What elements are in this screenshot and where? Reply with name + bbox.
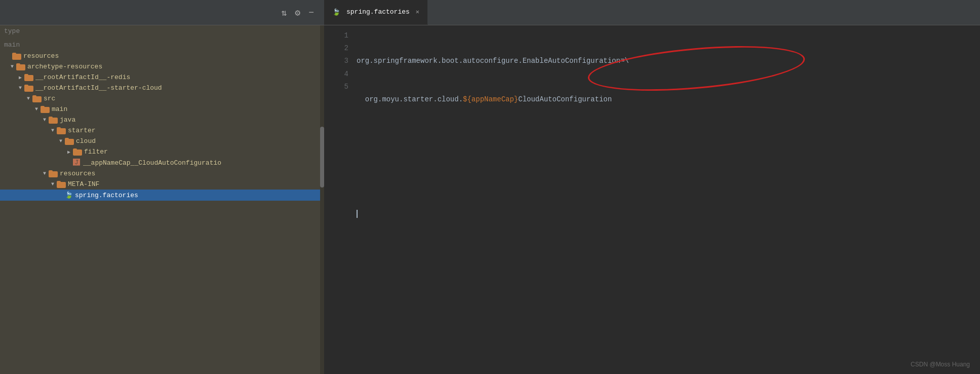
sidebar-item-label: resources [23,52,59,60]
sidebar-item-label: cloud [76,137,96,145]
code-line-1: org.springframework.boot.autoconfigure.E… [357,55,980,67]
folder-icon [49,117,58,124]
line-number-5: 5 [324,81,348,93]
arrow-icon: ▶ [65,149,73,155]
line-number-4: 4 [324,68,348,81]
folder-icon [57,127,66,134]
sidebar: type main resources ▼ archetype-resource… [0,25,324,374]
arrow-icon: ▼ [32,106,41,112]
main-area: type main resources ▼ archetype-resource… [0,25,980,374]
arrow-icon: ▼ [57,138,65,144]
sidebar-item-label: filter [84,148,108,156]
editor-content: 1 2 3 4 5 org.springframework.boot.autoc… [324,25,980,374]
code-line-2: org.moyu.starter.cloud.${appNameCap}Clou… [357,93,980,106]
folder-icon [57,181,66,188]
spring-file-icon: 🍃 [65,191,73,199]
code-text: org.springframework.boot.autoconfigure.E… [357,57,629,65]
gear-icon[interactable]: ⚙ [295,7,300,18]
sidebar-item-java[interactable]: ▼ java [0,115,324,125]
scroll-thumb[interactable] [320,127,324,188]
tab-bar: 🍃 spring.factories ✕ [324,0,980,25]
line-number-1: 1 [324,29,348,42]
sidebar-item-label: java [60,116,75,124]
sidebar-item-label: archetype-resources [27,63,102,70]
sidebar-item-redis[interactable]: ▶ __rootArtifactId__-redis [0,72,324,83]
minimize-icon[interactable]: − [308,8,314,18]
arrow-icon: ▼ [8,64,16,69]
arrow-icon: ▶ [16,74,24,81]
arrow-icon: ▼ [49,128,57,133]
line-number-3: 3 [324,55,348,67]
sidebar-item-starter[interactable]: ▼ starter [0,125,324,136]
code-line-4 [357,170,980,182]
code-line-5 [357,208,980,220]
sidebar-item-label: spring.factories [75,192,138,199]
arrow-icon: ▼ [41,171,49,176]
folder-icon [73,148,82,156]
watermark: CSDN @Moss Huang [911,361,970,368]
folder-icon [32,95,42,102]
arrow-icon: ▼ [41,117,49,123]
sidebar-item-cloud[interactable]: ▼ cloud [0,136,324,146]
sidebar-item-src[interactable]: ▼ src [0,93,324,104]
text-cursor [357,210,358,218]
sidebar-item-label: META-INF [68,180,99,188]
arrow-icon: ▼ [16,85,24,91]
sidebar-item-main2[interactable]: ▼ main [0,104,324,115]
sidebar-item-label: main [52,105,67,113]
type-label: type [0,25,324,37]
sidebar-item-label: __rootArtifactId__-redis [35,73,130,81]
spring-tab-icon: 🍃 [332,8,340,16]
sidebar-item-archetype-resources[interactable]: ▼ archetype-resources [0,61,324,72]
sidebar-item-label: starter [68,127,96,134]
sidebar-item-resources2[interactable]: ▼ resources [0,168,324,179]
arrow-icon [57,193,65,198]
tab-close-button[interactable]: ✕ [416,8,419,16]
top-bar-left: ⇅ ⚙ − [0,7,324,18]
layout-icon[interactable]: ⇅ [282,7,287,18]
sidebar-item-label: __rootArtifactId__-starter-cloud [35,84,162,92]
java-file-icon: 🅹 [73,159,81,167]
sidebar-item-resources[interactable]: resources [0,51,324,61]
sidebar-item-label: resources [60,170,95,177]
sidebar-item-meta-inf[interactable]: ▼ META-INF [0,179,324,190]
folder-icon [24,74,33,81]
sidebar-item-label: __appNameCap__CloudAutoConfiguratio [83,159,221,167]
folder-icon [65,138,74,145]
arrow-icon: ▼ [24,96,32,101]
arrow-icon [65,160,73,166]
top-bar: ⇅ ⚙ − 🍃 spring.factories ✕ [0,0,980,25]
folder-icon [49,170,58,177]
folder-icon [24,85,33,92]
sidebar-item-filter[interactable]: ▶ filter [0,146,324,157]
line-number-2: 2 [324,42,348,55]
folder-icon [41,106,50,113]
tab-spring-factories[interactable]: 🍃 spring.factories ✕ [324,0,428,25]
folder-icon [12,53,21,60]
tab-label: spring.factories [346,8,410,16]
sidebar-item-java-class[interactable]: 🅹 __appNameCap__CloudAutoConfiguratio [0,157,324,168]
code-editor[interactable]: 1 2 3 4 5 org.springframework.boot.autoc… [324,25,980,374]
sidebar-item-spring-factories[interactable]: 🍃 spring.factories [0,190,324,201]
arrow-icon: ▼ [49,181,57,187]
folder-icon [16,63,25,70]
sidebar-item-label: src [44,95,55,102]
sidebar-item-starter-cloud[interactable]: ▼ __rootArtifactId__-starter-cloud [0,83,324,93]
code-line-3 [357,131,980,144]
code-text: org.moyu.starter.cloud.${appNameCap}Clou… [357,95,612,103]
main-label: main [0,39,324,51]
line-numbers: 1 2 3 4 5 [324,29,355,374]
scroll-track [320,25,324,374]
code-content[interactable]: org.springframework.boot.autoconfigure.E… [355,29,980,374]
